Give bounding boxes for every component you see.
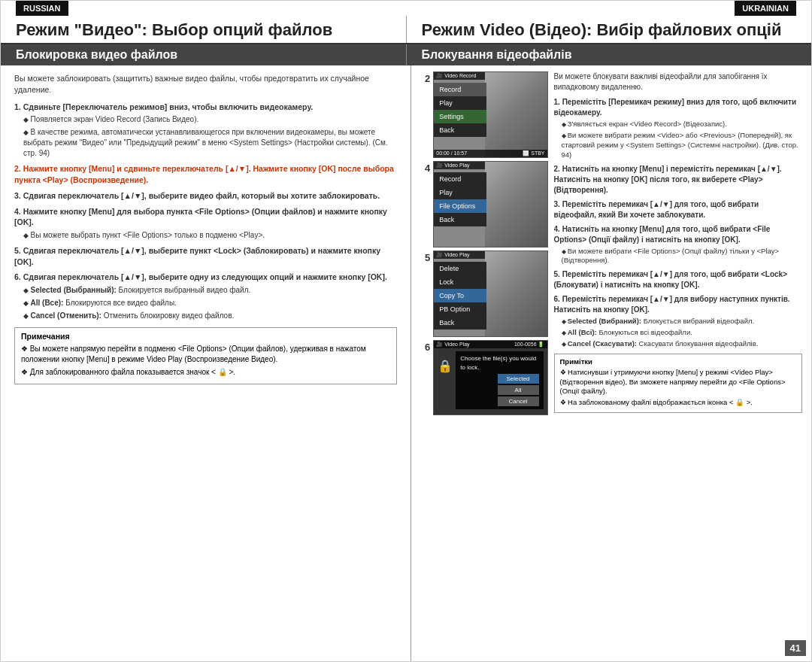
right-step-1-num: 1. — [554, 98, 562, 106]
right-step-4: 4. Натисніть на кнопку [Menu] для того, … — [554, 224, 803, 266]
right-step-2-num: 2. — [554, 165, 562, 173]
choose-panel: Choose the file(s) you wouldto lock. Sel… — [456, 351, 543, 408]
right-note-items: Натиснувши і утримуючи кнопку [Menu] у р… — [560, 368, 797, 408]
menu-back[interactable]: Back — [434, 123, 486, 137]
right-step-3-num: 3. — [554, 200, 562, 208]
lang-label-russian: RUSSIAN — [16, 1, 68, 16]
step-3: 3. Сдвигая переключатель [▲/▼], выберите… — [14, 190, 397, 202]
menu-4-fileoptions[interactable]: File Options — [434, 199, 486, 213]
main-title-right: Режим Video (Відео): Вибір файлових опці… — [422, 20, 797, 40]
right-sub-4-1: Ви можете вибрати <File Options> (Опції … — [562, 247, 803, 266]
option-buttons: Selected All Cancel — [460, 374, 538, 406]
panel-6-num: 6 — [420, 342, 431, 353]
note-title-left: Примечания — [21, 332, 390, 341]
option-cancel[interactable]: Cancel — [498, 396, 539, 406]
panel-4-menu: Record Play File Options Back — [434, 172, 486, 226]
lang-header: RUSSIAN UKRAINIAN — [1, 1, 811, 16]
page-number: 41 — [785, 640, 806, 656]
panel-2-wrapper: 2 🎥 Video RecordSF 720 ▣ Record Play Set… — [420, 71, 548, 158]
panel-6-wrapper: 6 🎥 Video Play100-0056 🔋 🔒 Choose the fi… — [420, 340, 548, 415]
right-step-5-text: Перемістіть перемикач [▲/▼] для того, що… — [554, 270, 788, 289]
step-3-text: Сдвигая переключатель [▲/▼], выберите ви… — [23, 191, 380, 200]
menu-5-lock[interactable]: Lock — [434, 275, 486, 289]
panel-6-content: 🔒 Choose the file(s) you wouldto lock. S… — [434, 348, 547, 411]
right-sub-6-3: Cancel (Скасувати): Скасувати блокування… — [562, 339, 803, 349]
intro-text-left: Вы можете заблокировать (защитить) важны… — [14, 73, 397, 95]
right-step-4-text: Натисніть на кнопку [Menu] для того, щоб… — [554, 225, 771, 244]
panel-5-num: 5 — [420, 252, 431, 263]
right-sub-6-2: All (Всі): Блокуються всі відеофайли. — [562, 328, 803, 338]
right-steps: Ви можете блокувати важливі відеофайли д… — [554, 71, 803, 655]
menu-5-pboption[interactable]: PB Option — [434, 302, 486, 316]
option-all[interactable]: All — [498, 385, 539, 395]
section-header-left: Блокировка видео файлов — [1, 44, 407, 65]
step-1: 1. Сдвиньте [Переключатель режимов] вниз… — [14, 102, 397, 159]
menu-5-copyto[interactable]: Copy To — [434, 289, 486, 302]
right-sub-1-2: Ви можете вибрати режим <Video> або <Pre… — [562, 131, 803, 159]
step-1-subs: Появляется экран Video Record (Запись Ви… — [14, 114, 397, 159]
menu-5-delete[interactable]: Delete — [434, 262, 486, 275]
menu-4-play[interactable]: Play — [434, 186, 486, 199]
right-step-3: 3. Перемістіть перемикач [▲/▼] для того,… — [554, 199, 803, 220]
main-title-left: Режим "Видео": Выбор опций файлов — [16, 20, 391, 40]
sub-6-3: Cancel (Отменить): Отменить блокировку в… — [23, 311, 397, 321]
section-header-right: Блокування відеофайлів — [407, 44, 812, 65]
right-step-2-text: Натисніть на кнопку [Menu] і перемістіть… — [554, 165, 782, 194]
panel-2-bottombar: 00:00 / 10:57⬜ STBY — [434, 150, 547, 157]
col-right: 2 🎥 Video RecordSF 720 ▣ Record Play Set… — [411, 65, 812, 661]
panel-4-image — [485, 162, 547, 247]
lock-icon: 🔒 — [438, 359, 453, 373]
right-step-1: 1. Перемістіть [Перемикач режиму] вниз д… — [554, 97, 803, 159]
right-intro: Ви можете блокувати важливі відеофайли д… — [554, 71, 803, 93]
panel-4-screen: 🎥 Video Play100-0056 🔋 Record Play File … — [433, 161, 547, 247]
lang-label-ukrainian: UKRAINIAN — [735, 1, 796, 16]
menu-record[interactable]: Record — [434, 83, 486, 96]
right-step-3-text: Перемістіть перемикач [▲/▼] для того, що… — [554, 200, 759, 219]
right-step-6: 6. Перемістіть перемикач [▲/▼] для вибор… — [554, 294, 803, 348]
note-item-1: Вы можете напрямую перейти в подменю <Fi… — [21, 344, 390, 365]
right-step-2: 2. Натисніть на кнопку [Menu] і переміст… — [554, 164, 803, 196]
step-6-num: 6. — [14, 272, 23, 281]
step-2: 2. Нажмите кнопку [Menu] и сдвиньте пере… — [14, 163, 397, 185]
right-sub-6: Selected (Вибраний): Блокується вибраний… — [554, 317, 803, 348]
right-note-1: Натиснувши і утримуючи кнопку [Menu] у р… — [560, 368, 797, 396]
right-note-title: Примітки — [560, 357, 797, 366]
right-step-5-num: 5. — [554, 270, 562, 278]
panel-2-num: 2 — [420, 73, 431, 84]
panel-5-image — [485, 251, 547, 336]
panel-4-wrapper: 4 🎥 Video Play100-0056 🔋 Record Play Fil… — [420, 161, 548, 247]
panel-6-topbar: 🎥 Video Play100-0056 🔋 — [434, 341, 547, 348]
panel-5-wrapper: 5 🎥 Video Play100-0056 🔋 Delete Lock Cop… — [420, 251, 548, 337]
right-step-6-text: Перемістіть перемикач [▲/▼] для вибору н… — [554, 295, 790, 314]
menu-5-back[interactable]: Back — [434, 316, 486, 329]
sub-6-1: Selected (Выбранный): Блокируется выбран… — [23, 285, 397, 296]
sub-1-1: Появляется экран Video Record (Запись Ви… — [23, 114, 397, 125]
right-sub-1-1: З'являється екран <Video Record> (Відеоз… — [562, 120, 803, 129]
note-item-2: Для заблокированного файла показывается … — [21, 367, 390, 378]
option-selected[interactable]: Selected — [498, 374, 539, 384]
right-step-5: 5. Перемістіть перемикач [▲/▼] для того,… — [554, 269, 803, 290]
section-header-row: Блокировка видео файлов Блокування відео… — [1, 44, 811, 65]
content-row: Вы можете заблокировать (защитить) важны… — [1, 65, 811, 661]
step-5: 5. Сдвигая переключатель [▲/▼], выберите… — [14, 245, 397, 267]
title-right: Режим Video (Відео): Вибір файлових опці… — [407, 16, 812, 43]
step-1-num: 1. — [14, 102, 23, 111]
menu-4-record[interactable]: Record — [434, 172, 486, 186]
menu-play[interactable]: Play — [434, 96, 486, 110]
panel-6-right: Choose the file(s) you wouldto lock. Sel… — [456, 351, 543, 408]
right-step-4-num: 4. — [554, 225, 562, 233]
step-2-text: Нажмите кнопку [Menu] и сдвиньте переклю… — [14, 164, 394, 184]
panel-5-menu: Delete Lock Copy To PB Option Back — [434, 262, 486, 329]
step-4-text: Нажмите кнопку [Menu] для выбора пункта … — [14, 207, 387, 227]
right-step-6-num: 6. — [554, 295, 562, 303]
col-left: Вы можете заблокировать (защитить) важны… — [1, 65, 411, 661]
step-6: 6. Сдвигая переключатель [▲/▼], выберите… — [14, 272, 397, 321]
sub-1-2: В качестве режима, автоматически устанав… — [23, 127, 397, 159]
right-note-2: На заблокованому файлі відображається ік… — [560, 398, 797, 408]
steps-list-left: 1. Сдвиньте [Переключатель режимов] вниз… — [14, 102, 397, 321]
menu-4-back[interactable]: Back — [434, 213, 486, 226]
panel-6-screen: 🎥 Video Play100-0056 🔋 🔒 Choose the file… — [433, 340, 547, 415]
title-left: Режим "Видео": Выбор опций файлов — [1, 16, 407, 43]
menu-settings[interactable]: Settings — [434, 110, 486, 123]
sub-4-1: Вы можете выбрать пункт <File Options> т… — [23, 230, 397, 241]
